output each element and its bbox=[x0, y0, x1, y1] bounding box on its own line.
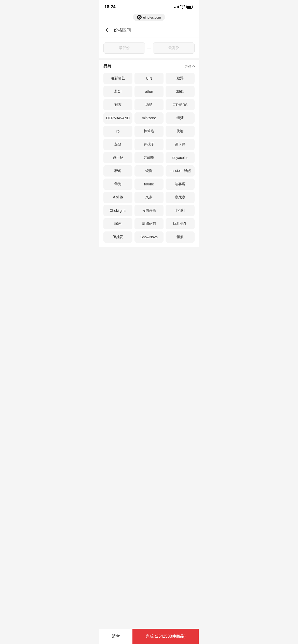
brand-logo bbox=[137, 15, 142, 20]
brand-item[interactable]: 七创社 bbox=[166, 205, 195, 216]
max-price-input[interactable]: 最高价 bbox=[153, 42, 195, 54]
max-price-placeholder: 最高价 bbox=[168, 46, 179, 50]
brand-more-button[interactable]: 更多 bbox=[184, 64, 195, 69]
brand-item[interactable]: 锐御 bbox=[134, 165, 164, 177]
brand-item[interactable]: minizone bbox=[134, 112, 164, 124]
brand-item[interactable]: 优吻 bbox=[166, 126, 195, 137]
brand-item[interactable]: 驴虎 bbox=[103, 165, 132, 177]
brand-item[interactable]: 神孩子 bbox=[134, 139, 164, 150]
status-icons bbox=[174, 5, 194, 9]
brand-item[interactable]: ro bbox=[103, 126, 132, 137]
brand-item[interactable]: Choki girls bbox=[103, 205, 132, 216]
svg-rect-1 bbox=[187, 6, 191, 8]
brand-item[interactable]: doyacolor bbox=[166, 152, 195, 163]
brand-item[interactable]: 砚古 bbox=[103, 99, 132, 110]
brand-item[interactable]: 华为 bbox=[103, 179, 132, 190]
brand-item[interactable]: 洁客鹿 bbox=[166, 179, 195, 190]
signal-icon bbox=[174, 6, 179, 8]
brand-header: 品牌 更多 bbox=[103, 64, 195, 69]
status-time: 18:24 bbox=[104, 4, 115, 9]
brand-item[interactable]: 纸护 bbox=[134, 99, 164, 110]
url-pill[interactable]: uinotes.com bbox=[133, 14, 165, 21]
min-price-placeholder: 最低价 bbox=[119, 46, 130, 50]
brand-item[interactable]: ShowNovo bbox=[134, 231, 164, 243]
price-dash: — bbox=[145, 46, 153, 50]
chevron-up-icon bbox=[192, 65, 195, 68]
brand-item[interactable]: 续梦 bbox=[166, 112, 195, 124]
brand-title: 品牌 bbox=[103, 64, 112, 69]
brand-item[interactable]: to/one bbox=[134, 179, 164, 190]
brand-item[interactable]: 玩具先生 bbox=[166, 218, 195, 229]
brand-item[interactable]: 迪士尼 bbox=[103, 152, 132, 163]
brand-item[interactable]: DERMAWAND bbox=[103, 112, 132, 124]
page-header: 价格区间 bbox=[99, 23, 199, 37]
brand-item[interactable]: 3861 bbox=[166, 86, 195, 97]
brand-section: 品牌 更多 凌彩创艺UIN勤浮若幻other3861砚古纸护OTHERSDERM… bbox=[99, 60, 199, 247]
min-price-input[interactable]: 最低价 bbox=[103, 42, 145, 54]
brand-item[interactable]: 久亲 bbox=[134, 192, 164, 203]
brand-item[interactable]: OTHERS bbox=[166, 99, 195, 110]
brand-grid: 凌彩创艺UIN勤浮若幻other3861砚古纸护OTHERSDERMAWANDm… bbox=[103, 73, 195, 243]
status-bar: 18:24 bbox=[99, 0, 199, 13]
price-range-row: 最低价 — 最高价 bbox=[103, 42, 195, 54]
brand-item[interactable]: 奇简趣 bbox=[103, 192, 132, 203]
page-title: 价格区间 bbox=[114, 27, 131, 33]
url-text: uinotes.com bbox=[143, 16, 161, 19]
brand-item[interactable]: 凌彩创艺 bbox=[103, 73, 132, 84]
brand-item[interactable]: 妆园诗画 bbox=[134, 205, 164, 216]
brand-item[interactable]: 若幻 bbox=[103, 86, 132, 97]
back-button[interactable] bbox=[103, 26, 112, 34]
brand-item[interactable]: 梓简迦 bbox=[134, 126, 164, 137]
url-bar: uinotes.com bbox=[99, 13, 199, 23]
brand-more-label: 更多 bbox=[184, 64, 192, 69]
brand-item[interactable]: 康尼森 bbox=[166, 192, 195, 203]
brand-item[interactable]: 伊娃爱 bbox=[103, 231, 132, 243]
wifi-icon bbox=[180, 5, 185, 9]
brand-item[interactable]: 芸靓璟 bbox=[134, 152, 164, 163]
brand-item[interactable]: 勤浮 bbox=[166, 73, 195, 84]
brand-item[interactable]: 瑞画 bbox=[103, 218, 132, 229]
battery-icon bbox=[186, 5, 194, 9]
brand-item[interactable]: other bbox=[134, 86, 164, 97]
price-section: 最低价 — 最高价 bbox=[99, 37, 199, 58]
brand-item[interactable]: 顿痕 bbox=[166, 231, 195, 243]
brand-item[interactable]: bessieie 贝皑 bbox=[166, 165, 195, 177]
brand-item[interactable]: 蒙娜丽莎 bbox=[134, 218, 164, 229]
brand-item[interactable]: UIN bbox=[134, 73, 164, 84]
back-arrow-icon bbox=[106, 28, 109, 32]
brand-item[interactable]: 迈卡鳄 bbox=[166, 139, 195, 150]
brand-item[interactable]: 凝登 bbox=[103, 139, 132, 150]
